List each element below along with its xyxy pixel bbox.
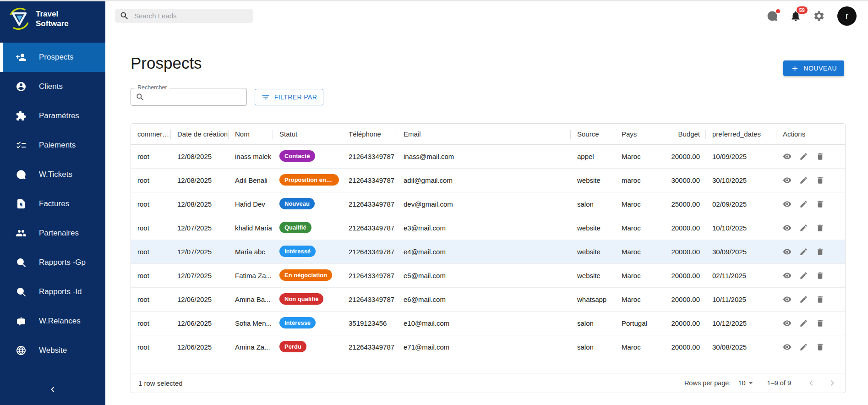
delete-button[interactable]: [816, 200, 824, 208]
table-search-field[interactable]: Rechercher: [131, 88, 247, 106]
edit-button[interactable]: [799, 271, 808, 280]
chevron-left-icon: [806, 378, 817, 389]
sidebar-item-w-relances[interactable]: W.Relances: [0, 306, 105, 336]
cell-preferred_dates: 02/09/2025: [706, 200, 776, 208]
cell-source: website: [571, 248, 615, 256]
edit-button[interactable]: [799, 343, 808, 351]
edit-button[interactable]: [799, 224, 808, 232]
cell-email: e10@mail.com: [397, 319, 571, 327]
column-header-email[interactable]: Email: [397, 124, 571, 145]
user-avatar[interactable]: r: [837, 6, 857, 26]
delete-button[interactable]: [816, 247, 824, 256]
sidebar-item-clients[interactable]: Clients: [0, 72, 105, 101]
cell-actions: [776, 200, 845, 208]
edit-button[interactable]: [799, 200, 808, 208]
view-button[interactable]: [783, 295, 792, 304]
cell-pays: Portugal: [615, 319, 663, 327]
sidebar-item-prospects[interactable]: Prospects: [0, 43, 105, 72]
cell-pays: Maroc: [615, 272, 663, 279]
sidebar-item-website[interactable]: Website: [0, 336, 105, 365]
delete-button[interactable]: [816, 343, 824, 351]
sidebar-item-rapports-id[interactable]: Rapports -Id: [0, 277, 105, 306]
sidebar-item-label: Prospects: [39, 53, 74, 62]
cell-statut: En négociation: [273, 269, 342, 282]
view-button[interactable]: [783, 176, 792, 185]
edit-button[interactable]: [799, 319, 808, 328]
global-search-input[interactable]: [133, 11, 249, 20]
column-header-actions[interactable]: Actions: [776, 124, 845, 145]
page-range-text: 1–9 of 9: [767, 379, 791, 387]
previous-page-button[interactable]: [806, 378, 817, 389]
column-header-source[interactable]: Source: [571, 124, 615, 145]
view-button[interactable]: [783, 319, 792, 328]
column-header-commercial[interactable]: commercial: [131, 124, 171, 145]
rows-per-page-select[interactable]: 10: [738, 378, 755, 388]
sidebar-item-rapports-gp[interactable]: Rapports -Gp: [0, 248, 105, 277]
delete-button[interactable]: [816, 271, 824, 280]
view-button[interactable]: [783, 343, 792, 351]
column-header-preferred-dates[interactable]: preferred_dates: [706, 124, 776, 145]
status-badge: Perdu: [279, 341, 306, 352]
column-header-nom[interactable]: Nom: [229, 124, 273, 145]
view-button[interactable]: [783, 200, 792, 208]
sidebar-item-factures[interactable]: $Factures: [0, 189, 105, 219]
view-button[interactable]: [783, 152, 792, 161]
cell-email: dev@gmail.com: [397, 200, 571, 208]
sidebar-item-partenaires[interactable]: Partenaires: [0, 219, 105, 248]
next-page-button[interactable]: [827, 378, 838, 389]
edit-button[interactable]: [799, 152, 808, 161]
cell-preferred_dates: 10/12/2025: [706, 319, 776, 327]
cell-source: website: [571, 176, 615, 184]
globe-icon: [16, 345, 27, 356]
cell-date: 12/07/2025: [171, 248, 229, 256]
edit-button[interactable]: [799, 176, 808, 185]
edit-button[interactable]: [799, 295, 808, 304]
whatsapp-button[interactable]: [766, 10, 778, 22]
cell-preferred_dates: 10/10/2025: [706, 224, 776, 232]
column-header-statut[interactable]: Statut: [273, 124, 342, 145]
sidebar-item-param-tres[interactable]: Paramètres: [0, 101, 105, 131]
filter-button[interactable]: FILTRER PAR: [255, 89, 323, 105]
sidebar-item-w-tickets[interactable]: W.Tickets: [0, 160, 105, 189]
notifications-button[interactable]: 59: [790, 10, 802, 22]
delete-button[interactable]: [816, 176, 824, 185]
gear-icon: [813, 10, 825, 22]
column-header-t-l-phone[interactable]: Téléphone: [342, 124, 397, 145]
cell-pays: Maroc: [615, 296, 663, 303]
invoice-icon: $: [16, 198, 27, 209]
edit-button[interactable]: [799, 247, 808, 256]
table-search-input[interactable]: [148, 89, 244, 105]
delete-button[interactable]: [816, 295, 824, 304]
delete-button[interactable]: [816, 152, 824, 161]
table-row[interactable]: root12/08/2025Adil BenaliProposition env…: [131, 169, 845, 192]
column-header-pays[interactable]: Pays: [615, 124, 663, 145]
sidebar-item-label: Paiements: [39, 141, 76, 150]
cell-telephone: 3519123456: [342, 319, 397, 327]
global-search[interactable]: [115, 9, 253, 23]
column-header-budget[interactable]: Budget: [663, 124, 706, 145]
cell-email: inass@mail.com: [397, 153, 571, 160]
delete-button[interactable]: [816, 319, 824, 328]
new-button[interactable]: NOUVEAU: [783, 60, 844, 76]
cell-nom: Sofia Men...: [229, 319, 273, 327]
table-row[interactable]: root12/08/2025Hafid DevNouveau2126433497…: [131, 192, 845, 216]
cell-source: website: [571, 272, 615, 279]
sidebar-collapse-button[interactable]: [0, 384, 105, 395]
settings-button[interactable]: [813, 10, 825, 22]
table-row[interactable]: root12/06/2025Sofia Men...Intéressé35191…: [131, 312, 845, 335]
table-row[interactable]: root12/07/2025khalid MariaQualifié212643…: [131, 216, 845, 240]
table-row[interactable]: root12/07/2025Maria abcIntéressé21264334…: [131, 240, 845, 264]
view-button[interactable]: [783, 271, 792, 280]
view-button[interactable]: [783, 247, 792, 256]
column-header-date-de-cr-ation[interactable]: Date de création: [171, 124, 229, 145]
table-row[interactable]: root12/07/2025Fatima Za...En négociation…: [131, 264, 845, 288]
table-footer: 1 row selected Rows per page: 10 1–9 of …: [131, 373, 845, 393]
table-row[interactable]: root12/06/2025Amina Za...Perdu2126433497…: [131, 335, 845, 359]
sidebar-item-label: Factures: [39, 199, 69, 208]
table-row[interactable]: root12/06/2025Amina Ba...Non qualifié212…: [131, 288, 845, 312]
view-button[interactable]: [783, 224, 792, 232]
sidebar-item-paiements[interactable]: Paiements: [0, 131, 105, 160]
table-row[interactable]: root12/08/2025inass malekContacté2126433…: [131, 145, 845, 169]
cell-actions: [776, 271, 845, 280]
delete-button[interactable]: [816, 224, 824, 232]
